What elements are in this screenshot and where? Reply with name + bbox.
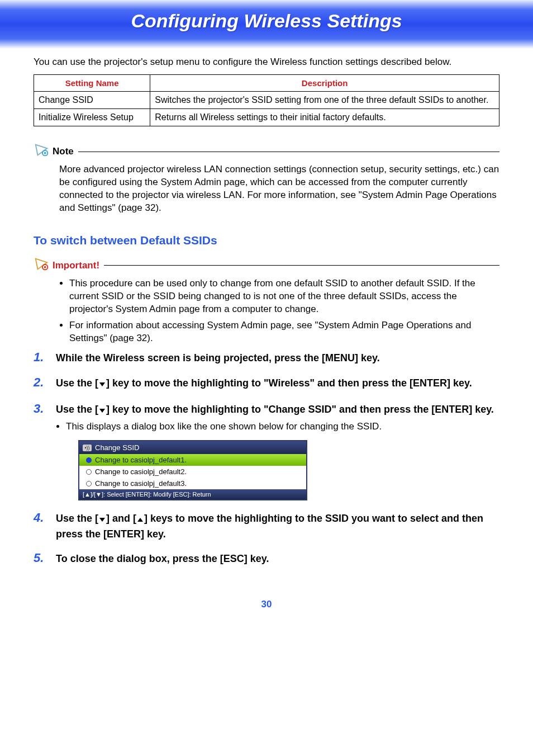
- dialog-titlebar: •)) Change SSID: [79, 441, 306, 454]
- page-banner: Configuring Wireless Settings: [0, 0, 533, 49]
- cell-desc: Switches the projector's SSID setting fr…: [150, 92, 499, 109]
- cell-desc: Returns all Wireless settings to their i…: [150, 109, 499, 126]
- step-sublist: This displays a dialog box like the one …: [56, 421, 499, 432]
- page-title: Configuring Wireless Settings: [131, 10, 402, 31]
- dialog-option-label: Change to casiolpj_default2.: [95, 467, 187, 476]
- svg-marker-5: [99, 409, 105, 413]
- cell-name: Change SSID: [34, 92, 150, 109]
- important-list: This procedure can be used only to chang…: [59, 277, 499, 345]
- note-label: Note: [53, 146, 74, 157]
- important-label: Important!: [53, 260, 99, 271]
- radio-filled-icon: [86, 457, 92, 463]
- important-icon: [34, 257, 53, 274]
- important-rule: [104, 265, 499, 266]
- step-sub-bullet: This displays a dialog box like the one …: [66, 421, 499, 432]
- dialog-option: Change to casiolpj_default2.: [79, 466, 306, 478]
- note-rule: [78, 152, 499, 152]
- intro-text: You can use the projector's setup menu t…: [34, 56, 499, 68]
- important-bullet: For information about accessing System A…: [69, 319, 499, 345]
- step-1: While the Wireless screen is being proje…: [34, 351, 499, 365]
- steps-list: While the Wireless screen is being proje…: [34, 351, 499, 565]
- radio-empty-icon: [86, 481, 92, 486]
- step-text: While the Wireless screen is being proje…: [56, 351, 499, 365]
- note-body: More advanced projector wireless LAN con…: [59, 163, 499, 215]
- settings-table: Setting Name Description Change SSID Swi…: [34, 74, 499, 126]
- important-callout: Important! This procedure can be used on…: [34, 257, 499, 345]
- dialog-option-label: Change to casiolpj_default3.: [95, 479, 187, 488]
- step-text: Use the [] key to move the highlighting …: [56, 403, 499, 418]
- dialog-footer: [▲]/[▼]: Select [ENTER]: Modify [ESC]: R…: [79, 489, 306, 499]
- page-number: 30: [0, 599, 533, 610]
- down-arrow-icon: [98, 378, 106, 391]
- step-4: Use the [] and [] keys to move the highl…: [34, 512, 499, 541]
- step-text: To close the dialog box, press the [ESC]…: [56, 552, 499, 565]
- svg-marker-6: [99, 518, 105, 522]
- step-text: Use the [] and [] keys to move the highl…: [56, 512, 499, 541]
- down-arrow-icon: [98, 513, 106, 527]
- cell-name: Initialize Wireless Setup: [34, 109, 150, 126]
- step-2: Use the [] key to move the highlighting …: [34, 376, 499, 391]
- step-text: Use the [] key to move the highlighting …: [56, 376, 499, 391]
- dialog-option: Change to casiolpj_default3.: [79, 478, 306, 489]
- change-ssid-dialog: •)) Change SSID Change to casiolpj_defau…: [78, 440, 307, 500]
- step-5: To close the dialog box, press the [ESC]…: [34, 552, 499, 565]
- dialog-title-text: Change SSID: [95, 443, 140, 452]
- radio-empty-icon: [86, 469, 92, 475]
- up-arrow-icon: [136, 513, 144, 527]
- wifi-icon: •)): [83, 445, 92, 451]
- table-row: Change SSID Switches the projector's SSI…: [34, 92, 499, 109]
- th-setting-name: Setting Name: [34, 75, 150, 92]
- svg-marker-4: [99, 382, 105, 386]
- important-bullet: This procedure can be used only to chang…: [69, 277, 499, 316]
- svg-point-1: [44, 152, 46, 154]
- svg-marker-7: [137, 518, 143, 522]
- note-icon: [34, 143, 53, 160]
- dialog-option-selected: Change to casiolpj_default1.: [79, 454, 306, 466]
- note-callout: Note More advanced projector wireless LA…: [34, 143, 499, 215]
- section-heading: To switch between Default SSIDs: [34, 234, 499, 247]
- table-row: Initialize Wireless Setup Returns all Wi…: [34, 109, 499, 126]
- th-description: Description: [150, 75, 499, 92]
- down-arrow-icon: [98, 404, 106, 418]
- step-3: Use the [] key to move the highlighting …: [34, 403, 499, 500]
- svg-point-3: [44, 266, 46, 268]
- dialog-option-label: Change to casiolpj_default1.: [95, 456, 187, 464]
